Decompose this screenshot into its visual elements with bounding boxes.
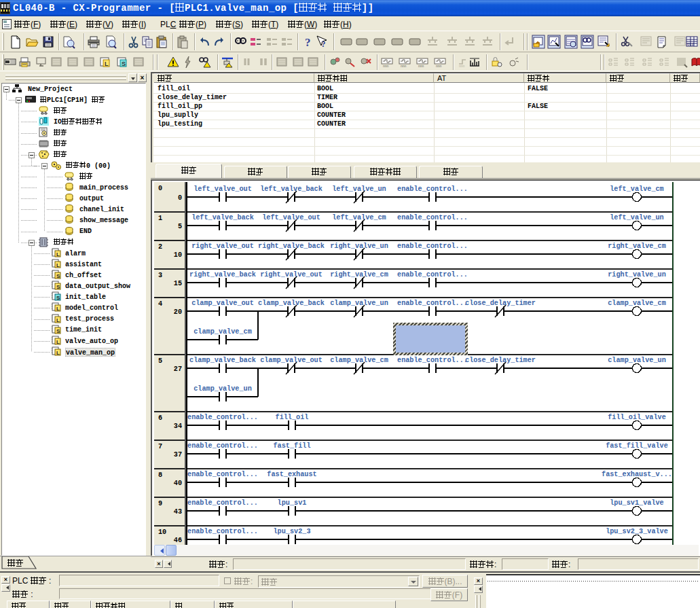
svg-text:27: 27 xyxy=(174,365,182,373)
svg-text:clamp_valve_cm: clamp_valve_cm xyxy=(330,357,388,364)
svg-text:?: ? xyxy=(321,39,326,49)
svg-text:L: L xyxy=(56,350,60,356)
svg-text:clamp_valve_cm: clamp_valve_cm xyxy=(608,300,666,307)
svg-text:012: 012 xyxy=(687,42,695,46)
svg-text:L: L xyxy=(56,306,60,312)
svg-text:6: 6 xyxy=(158,414,162,422)
svg-text:1: 1 xyxy=(158,215,162,222)
svg-text:fast_fill_valve: fast_fill_valve xyxy=(606,442,668,450)
svg-text:4: 4 xyxy=(158,300,162,308)
svg-text:10: 10 xyxy=(158,529,166,536)
svg-text:fill_oil_valve: fill_oil_valve xyxy=(608,414,666,421)
svg-text:clamp_valve_cm: clamp_valve_cm xyxy=(194,328,252,336)
svg-text:right_valve_out: right_valve_out xyxy=(191,243,254,250)
svg-text:close_delay_timer: close_delay_timer xyxy=(465,357,536,364)
svg-text:right_valve_un: right_valve_un xyxy=(608,271,666,279)
svg-text:enable_control...: enable_control... xyxy=(187,471,258,478)
svg-text:lpu_sv2_3_valve: lpu_sv2_3_valve xyxy=(606,528,668,535)
svg-text:L: L xyxy=(56,251,60,257)
svg-text:left_valve_out: left_valve_out xyxy=(194,185,252,193)
svg-text:clamp_valve_out: clamp_valve_out xyxy=(191,300,254,307)
svg-text:clamp_valve_out: clamp_valve_out xyxy=(260,357,323,364)
svg-text:37: 37 xyxy=(174,451,182,459)
svg-text:fast_fill: fast_fill xyxy=(273,442,310,450)
svg-text:nnn: nnn xyxy=(401,64,407,68)
svg-text:right_valve_un: right_valve_un xyxy=(330,243,388,250)
svg-text:right_valve_cm: right_valve_cm xyxy=(330,271,388,279)
svg-text:0: 0 xyxy=(178,194,182,202)
svg-text:left_valve_cm: left_valve_cm xyxy=(332,214,386,221)
svg-text:clamp_valve_back: clamp_valve_back xyxy=(189,357,256,364)
svg-text:right_valve_out: right_valve_out xyxy=(260,271,323,279)
svg-text:clamp_valve_back: clamp_valve_back xyxy=(258,300,325,307)
svg-text:left_valve_cm: left_valve_cm xyxy=(610,185,663,193)
svg-text:enable_control...: enable_control... xyxy=(187,414,258,421)
svg-text:L: L xyxy=(56,339,60,345)
svg-text:9: 9 xyxy=(158,500,162,507)
svg-text:lpu_sv1_valve: lpu_sv1_valve xyxy=(610,499,663,507)
svg-text:3: 3 xyxy=(158,272,162,279)
svg-text:7: 7 xyxy=(158,443,162,450)
svg-text:nnn: nnn xyxy=(418,64,424,68)
svg-text:left_valve_un: left_valve_un xyxy=(332,185,386,193)
svg-text:lpu_sv2_3: lpu_sv2_3 xyxy=(273,528,310,535)
svg-text:L: L xyxy=(105,60,109,67)
svg-text:8: 8 xyxy=(158,471,162,479)
svg-text:enable_control...: enable_control... xyxy=(187,528,258,535)
svg-text:lpu_sv1: lpu_sv1 xyxy=(278,499,307,507)
svg-text:46: 46 xyxy=(174,537,182,544)
svg-text:enable_control...: enable_control... xyxy=(397,271,468,279)
svg-text:34: 34 xyxy=(174,423,182,430)
svg-text:enable_control...: enable_control... xyxy=(187,442,258,450)
svg-text:15: 15 xyxy=(174,280,182,287)
svg-text:left_valve_back: left_valve_back xyxy=(260,185,323,193)
svg-text:S: S xyxy=(56,295,60,301)
svg-text:nnn: nnn xyxy=(436,64,442,68)
svg-text:0: 0 xyxy=(158,185,162,192)
svg-text:fast_exhaust: fast_exhaust xyxy=(267,471,316,478)
svg-text:fast_exhaust_v...: fast_exhaust_v... xyxy=(602,471,672,478)
svg-text:clamp_valve_un: clamp_valve_un xyxy=(330,300,388,307)
svg-text:left_valve_out: left_valve_out xyxy=(262,214,320,221)
svg-text:10: 10 xyxy=(174,251,182,259)
svg-text:nnn: nnn xyxy=(459,64,465,68)
svg-text:right_valve_back: right_valve_back xyxy=(189,271,256,279)
svg-text:40: 40 xyxy=(174,480,182,487)
svg-text:5: 5 xyxy=(178,223,182,230)
svg-text:left_valve_back: left_valve_back xyxy=(191,214,254,221)
svg-text:enable_control...: enable_control... xyxy=(397,357,468,364)
svg-text:enable_control...: enable_control... xyxy=(397,185,468,193)
svg-text:enable_control...: enable_control... xyxy=(397,214,468,221)
svg-text:S: S xyxy=(56,328,60,334)
svg-text:2: 2 xyxy=(158,243,162,251)
svg-text:?: ? xyxy=(305,36,311,49)
svg-text:enable_control...: enable_control... xyxy=(397,243,468,250)
svg-text:5: 5 xyxy=(158,357,162,365)
svg-text:fill_oil: fill_oil xyxy=(276,414,309,421)
svg-text:close_delay_timer: close_delay_timer xyxy=(465,300,536,307)
svg-text:clamp_valve_un: clamp_valve_un xyxy=(194,385,252,393)
svg-text:nnn: nnn xyxy=(383,64,389,68)
svg-text:S: S xyxy=(56,273,60,279)
svg-text:43: 43 xyxy=(174,508,182,516)
svg-text:L: L xyxy=(56,262,60,268)
svg-text:left_valve_un: left_valve_un xyxy=(610,214,663,221)
svg-text:20: 20 xyxy=(174,308,182,316)
svg-text:L: L xyxy=(56,317,60,323)
svg-text:S: S xyxy=(56,284,60,290)
svg-text:enable_control...: enable_control... xyxy=(397,300,468,307)
svg-text:S: S xyxy=(122,60,126,67)
svg-text:enable_control...: enable_control... xyxy=(187,499,258,507)
svg-text:right_valve_back: right_valve_back xyxy=(258,243,325,250)
svg-text:clamp_valve_un: clamp_valve_un xyxy=(608,357,666,364)
svg-text:right_valve_cm: right_valve_cm xyxy=(608,243,666,250)
